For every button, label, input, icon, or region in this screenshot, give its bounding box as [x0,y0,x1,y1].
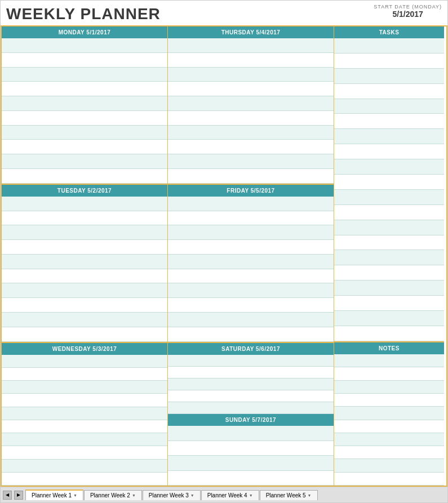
tab-dropdown-icon[interactable]: ▼ [132,493,136,497]
list-item[interactable] [334,99,444,114]
table-row[interactable] [2,283,167,298]
tab-nav-next[interactable]: ▶ [14,491,23,500]
sheet-tab-week1[interactable]: Planner Week 1 ▼ [25,489,83,500]
table-row[interactable] [2,368,167,381]
list-item[interactable] [334,54,444,69]
table-row[interactable] [168,225,334,240]
table-row[interactable] [2,240,167,255]
list-item[interactable] [334,205,444,220]
table-row[interactable] [168,140,334,154]
table-row[interactable] [2,53,167,68]
sheet-tab-week2[interactable]: Planner Week 2 ▼ [84,490,142,500]
tab-nav-prev[interactable]: ◀ [3,491,12,500]
sheet-tab-week5[interactable]: Planner Week 5 ▼ [260,490,318,500]
list-item[interactable] [334,433,444,446]
table-row[interactable] [2,169,167,184]
table-row[interactable] [168,327,334,342]
list-item[interactable] [334,354,444,367]
table-row[interactable] [168,96,334,111]
list-item[interactable] [334,326,444,341]
list-item[interactable] [334,159,444,175]
list-item[interactable] [334,190,444,205]
table-row[interactable] [2,407,167,420]
table-row[interactable] [168,441,334,456]
tab-dropdown-icon[interactable]: ▼ [190,493,194,497]
table-row[interactable] [168,456,334,470]
table-row[interactable] [168,313,334,327]
tab-dropdown-icon[interactable]: ▼ [73,493,77,497]
table-row[interactable] [168,355,334,367]
table-row[interactable] [168,426,334,440]
list-item[interactable] [334,446,444,459]
table-row[interactable] [2,68,167,82]
table-row[interactable] [168,402,334,414]
table-row[interactable] [2,473,167,486]
table-row[interactable] [168,471,334,486]
sheet-tab-week3[interactable]: Planner Week 3 ▼ [143,490,201,500]
table-row[interactable] [2,446,167,459]
list-item[interactable] [334,69,444,84]
list-item[interactable] [334,281,444,296]
table-row[interactable] [168,154,334,169]
table-row[interactable] [2,111,167,126]
table-row[interactable] [2,82,167,96]
table-row[interactable] [168,211,334,226]
table-row[interactable] [2,298,167,313]
table-row[interactable] [2,140,167,154]
table-row[interactable] [168,283,334,298]
table-row[interactable] [168,169,334,184]
table-row[interactable] [2,225,167,240]
table-row[interactable] [168,269,334,284]
list-item[interactable] [334,296,444,311]
table-row[interactable] [168,68,334,82]
table-row[interactable] [168,367,334,379]
table-row[interactable] [2,381,167,394]
table-row[interactable] [2,420,167,433]
table-row[interactable] [168,255,334,269]
table-row[interactable] [168,82,334,96]
table-row[interactable] [2,126,167,140]
table-row[interactable] [2,460,167,473]
list-item[interactable] [334,129,444,144]
table-row[interactable] [2,96,167,111]
list-item[interactable] [334,250,444,265]
list-item[interactable] [334,175,444,190]
table-row[interactable] [168,53,334,68]
table-row[interactable] [2,211,167,226]
list-item[interactable] [334,84,444,99]
list-item[interactable] [334,394,444,407]
list-item[interactable] [334,38,444,54]
tab-dropdown-icon[interactable]: ▼ [308,493,312,497]
table-row[interactable] [168,111,334,126]
table-row[interactable] [2,355,167,368]
list-item[interactable] [334,367,444,380]
sheet-tab-week4[interactable]: Planner Week 4 ▼ [201,490,259,500]
table-row[interactable] [168,240,334,255]
tab-dropdown-icon[interactable]: ▼ [249,493,253,497]
list-item[interactable] [334,265,444,281]
table-row[interactable] [168,197,334,211]
table-row[interactable] [2,327,167,342]
list-item[interactable] [334,114,444,129]
table-row[interactable] [2,269,167,284]
list-item[interactable] [334,144,444,159]
table-row[interactable] [168,390,334,402]
list-item[interactable] [334,381,444,394]
list-item[interactable] [334,473,444,486]
table-row[interactable] [2,255,167,269]
table-row[interactable] [2,38,167,53]
table-row[interactable] [2,154,167,169]
table-row[interactable] [168,126,334,140]
table-row[interactable] [2,433,167,446]
list-item[interactable] [334,235,444,251]
table-row[interactable] [2,313,167,327]
table-row[interactable] [168,38,334,53]
list-item[interactable] [334,420,444,433]
table-row[interactable] [2,394,167,407]
list-item[interactable] [334,459,444,472]
list-item[interactable] [334,311,444,326]
table-row[interactable] [168,379,334,390]
list-item[interactable] [334,220,444,235]
table-row[interactable] [2,197,167,211]
table-row[interactable] [168,298,334,313]
